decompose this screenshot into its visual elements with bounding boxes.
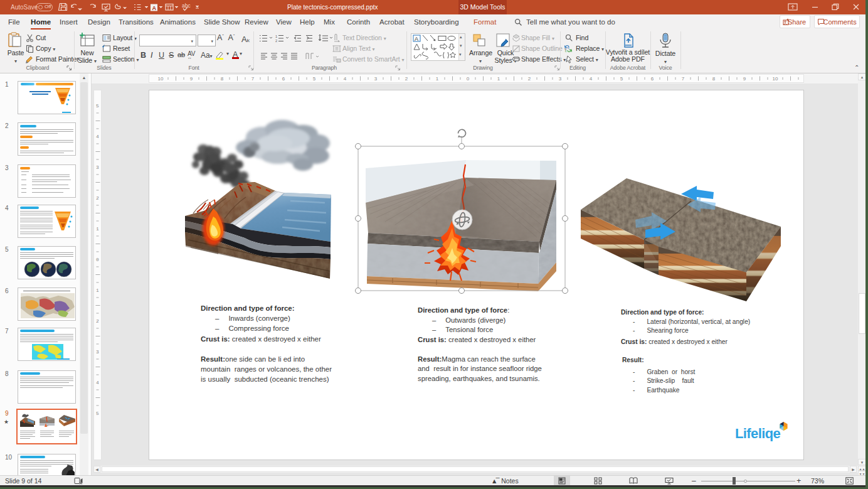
- svg-text:abc: abc: [182, 3, 191, 9]
- svg-text:4: 4: [96, 380, 99, 385]
- svg-text:2: 2: [96, 318, 99, 324]
- svg-text:8: 8: [221, 76, 224, 82]
- svg-text:1: 1: [96, 287, 99, 293]
- svg-text:0: 0: [96, 257, 99, 262]
- svg-text:8: 8: [712, 76, 716, 82]
- svg-text:5: 5: [313, 76, 316, 82]
- svg-text:4: 4: [96, 134, 99, 139]
- svg-text:1: 1: [96, 226, 99, 232]
- svg-text:1: 1: [497, 76, 500, 82]
- svg-text:3: 3: [96, 349, 99, 355]
- svg-text:4: 4: [344, 76, 347, 82]
- svg-text:2: 2: [96, 195, 99, 201]
- svg-text:5: 5: [620, 76, 623, 82]
- svg-text:9: 9: [743, 76, 746, 82]
- svg-text:3: 3: [559, 76, 562, 82]
- svg-text:10: 10: [158, 76, 164, 82]
- svg-text:A: A: [415, 36, 418, 42]
- svg-text:2: 2: [405, 76, 408, 82]
- svg-text:5: 5: [96, 103, 99, 109]
- svg-text:3: 3: [96, 164, 99, 170]
- svg-text:b: b: [568, 46, 569, 50]
- svg-text:1: 1: [436, 76, 439, 82]
- svg-text:6: 6: [282, 76, 285, 82]
- svg-text:2: 2: [275, 39, 277, 43]
- svg-text:A: A: [152, 5, 157, 11]
- svg-text:9: 9: [190, 76, 193, 82]
- svg-text:0: 0: [467, 76, 470, 82]
- svg-text:7: 7: [682, 76, 685, 82]
- svg-text:1: 1: [275, 35, 277, 38]
- svg-text:2: 2: [528, 76, 531, 82]
- svg-text:5: 5: [96, 411, 99, 416]
- svg-text:4: 4: [590, 76, 593, 82]
- svg-text:7: 7: [251, 76, 255, 82]
- svg-text:c: c: [565, 49, 567, 53]
- svg-text:10: 10: [773, 76, 778, 82]
- svg-text:6: 6: [651, 76, 654, 82]
- svg-text:3: 3: [374, 76, 378, 82]
